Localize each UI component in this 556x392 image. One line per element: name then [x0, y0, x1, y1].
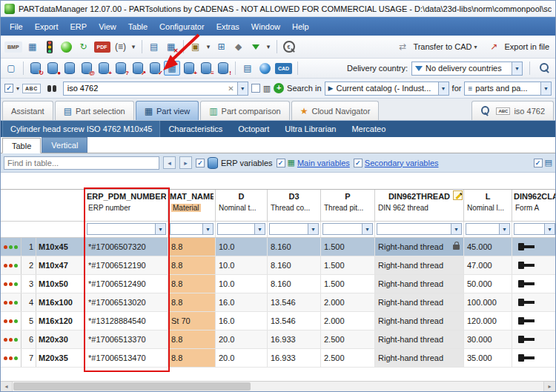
table-row[interactable]: 1 M10x45 *#17006507320 8.8 10.0 8.160 1.… — [1, 238, 555, 256]
header-d3[interactable]: D3 Thread co... — [268, 190, 321, 221]
header-l[interactable]: L Nominal l... — [464, 190, 512, 221]
dropdown-icon[interactable]: ▾ — [265, 39, 273, 54]
cell-p[interactable]: 1.500 — [321, 238, 375, 256]
cell-din962-thread[interactable]: Right-hand thread — [375, 256, 464, 274]
cell-material[interactable]: 8.8 — [168, 275, 216, 293]
update-parts-icon[interactable]: ↻ — [76, 39, 92, 54]
clear-search-icon[interactable]: ✕ — [225, 84, 236, 93]
cell-material[interactable]: 8.8 — [168, 238, 216, 256]
menu-erp[interactable]: ERP — [64, 20, 93, 33]
filter-form[interactable]: ▼ — [514, 223, 555, 235]
cell-din962-thread[interactable]: Right-hand thread — [375, 293, 464, 311]
cell-form-a[interactable] — [512, 256, 556, 274]
main-variables-checkbox[interactable] — [277, 159, 285, 167]
cell-p[interactable]: 1.500 — [321, 275, 375, 293]
cell-d[interactable]: 20.0 — [216, 349, 268, 367]
filter-dropdown-icon[interactable]: ▼ — [155, 224, 165, 234]
transfer-to-cad-button[interactable]: ⇄Transfer to CAD▾ — [391, 37, 480, 56]
cell-p[interactable]: 2.000 — [321, 293, 375, 311]
filter-d3[interactable]: ▼ — [269, 223, 319, 235]
part-3d-export-icon[interactable]: ▣ — [188, 39, 204, 54]
menu-window[interactable]: Window — [245, 20, 286, 33]
cell-p[interactable]: 2.500 — [321, 349, 375, 367]
cell-length[interactable]: 30.000 — [464, 330, 512, 348]
cell-d3[interactable]: 13.546 — [268, 312, 321, 330]
find-previous-button[interactable]: ◂ — [163, 156, 176, 169]
dropdown-icon[interactable]: ▾ — [130, 39, 138, 54]
scope-dropdown[interactable]: ≡ parts and pa... ▼ — [464, 82, 552, 96]
erp-new-db-icon[interactable] — [181, 61, 197, 76]
menu-configurator[interactable]: Configurator — [153, 20, 211, 33]
erp-export-db-icon[interactable] — [130, 61, 146, 76]
cell-d3[interactable]: 16.933 — [268, 330, 321, 348]
menu-view[interactable]: View — [93, 20, 122, 33]
cell-part-name[interactable]: M20x35 — [36, 349, 85, 367]
cell-material[interactable]: 8.8 — [168, 293, 216, 311]
datasheet-table-icon[interactable]: ▦ — [24, 39, 41, 54]
cell-part-name[interactable]: M16x100 — [36, 293, 85, 311]
filter-material[interactable]: ▼ — [170, 223, 214, 235]
cell-din962-thread[interactable]: Right-hand thread — [375, 238, 464, 256]
dropdown-icon[interactable]: ▼ — [438, 82, 449, 95]
cell-erp-number[interactable]: *#13128884540 — [85, 312, 168, 330]
dropdown-icon[interactable]: ▾ — [474, 44, 477, 50]
erp-sync-db-icon[interactable] — [215, 61, 231, 76]
search-icon[interactable] — [537, 61, 553, 76]
cell-d3[interactable]: 8.160 — [268, 238, 321, 256]
window-layout-icon[interactable]: ▢ — [3, 61, 19, 76]
cell-form-a[interactable] — [512, 349, 556, 367]
tab-assistant[interactable]: Assistant — [2, 101, 53, 120]
cell-d[interactable]: 20.0 — [216, 330, 268, 348]
cell-p[interactable]: 2.500 — [321, 330, 375, 348]
price-search-icon[interactable] — [281, 39, 297, 54]
export-in-file-button[interactable]: ↗Export in file — [482, 37, 553, 56]
catalog-dropdown[interactable]: ▶ Current catalog (- Indust... ▼ — [325, 82, 449, 96]
filter-dropdown-icon[interactable]: ▼ — [499, 224, 509, 234]
filter-dropdown-icon[interactable]: ▼ — [544, 224, 555, 234]
status-traffic-light-icon[interactable] — [42, 39, 58, 54]
erp-add-db-icon[interactable] — [96, 61, 112, 76]
cell-d[interactable]: 10.0 — [216, 275, 268, 293]
edit-pencil-icon[interactable] — [453, 190, 463, 200]
cad-dialog-icon[interactable]: CAD — [275, 63, 292, 74]
cell-part-name[interactable]: M10x45 — [36, 238, 85, 256]
transfer-cad-icon[interactable]: ⇄ — [394, 39, 411, 54]
header-din962cla[interactable]: DIN962CLA... Form A — [512, 190, 556, 221]
header-mat-name[interactable]: MAT_NAME Material — [168, 190, 216, 221]
cell-material[interactable]: 8.8 — [168, 349, 216, 367]
cell-p[interactable]: 1.500 — [321, 256, 375, 274]
menu-help[interactable]: Help — [286, 20, 315, 33]
cell-erp-number[interactable]: *#17006513020 — [85, 293, 168, 311]
search-option-checkbox[interactable] — [4, 84, 13, 93]
tab-part-comparison[interactable]: ▥ Part comparison — [200, 101, 289, 120]
cell-d3[interactable]: 16.933 — [268, 349, 321, 367]
filter-din962thread[interactable]: ▼ — [377, 223, 462, 235]
cell-d[interactable]: 16.0 — [216, 293, 268, 311]
cell-form-a[interactable] — [512, 312, 556, 330]
cell-part-name[interactable]: M10x47 — [36, 256, 85, 274]
find-next-button[interactable]: ▸ — [179, 156, 192, 169]
secondary-variables-label[interactable]: Secondary variables — [365, 159, 439, 167]
header-p[interactable]: P Thread pit... — [321, 190, 375, 221]
erp-mail-db-icon[interactable] — [79, 61, 95, 76]
filter-d[interactable]: ▼ — [217, 223, 265, 235]
cell-material[interactable]: 8.8 — [168, 330, 216, 348]
tab-mercateo[interactable]: Mercateo — [344, 121, 393, 137]
table-row[interactable]: 3 M10x50 *#17006512490 8.8 10.0 8.160 1.… — [1, 275, 555, 293]
filter-dropdown-icon[interactable]: ▼ — [451, 224, 461, 234]
filter-dropdown-icon[interactable]: ▼ — [202, 224, 213, 234]
cell-length[interactable]: 35.000 — [464, 349, 512, 367]
cell-erp-number[interactable]: *#17006512190 — [85, 256, 168, 274]
erp-user-db-icon[interactable] — [44, 61, 61, 76]
cell-erp-number[interactable]: *#17006513370 — [85, 330, 168, 348]
tab-table-view[interactable]: Table — [2, 138, 41, 153]
tab-characteristics[interactable]: Characteristics — [161, 121, 230, 137]
cell-erp-number[interactable]: *#17006512490 — [85, 275, 168, 293]
menu-export[interactable]: Export — [29, 20, 64, 33]
erp-table-view-icon[interactable]: ▦ — [164, 61, 180, 76]
filter-erp-number[interactable]: ▼ — [87, 223, 166, 235]
erp-request-db-icon[interactable] — [113, 61, 129, 76]
tab-part-selection[interactable]: ▤ Part selection — [55, 101, 134, 120]
table-window-icon[interactable]: ▤ — [146, 39, 162, 54]
keyword-checkbox[interactable] — [251, 84, 260, 93]
